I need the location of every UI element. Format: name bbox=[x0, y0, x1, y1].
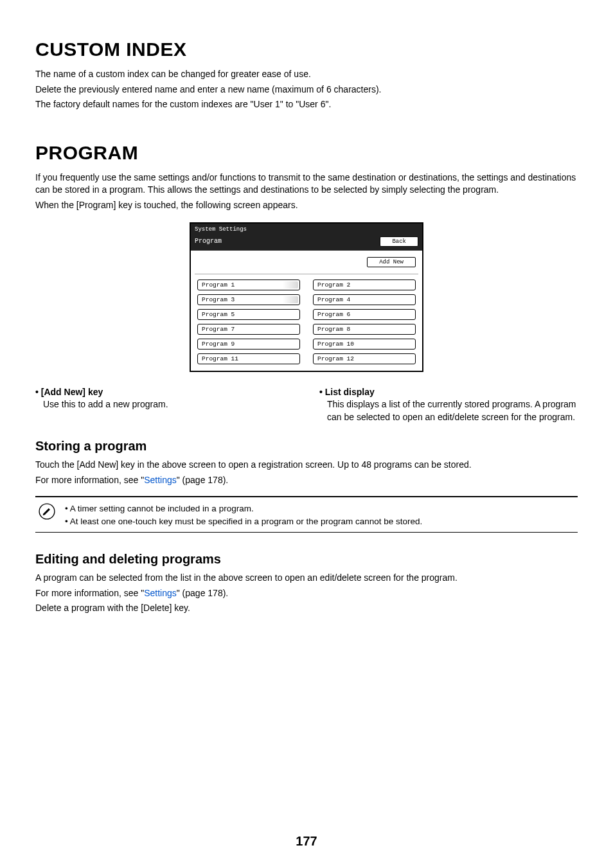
page-number: 177 bbox=[0, 834, 613, 849]
heading-storing: Storing a program bbox=[35, 439, 578, 454]
editing-p2-post: " (page 178). bbox=[177, 588, 228, 598]
bullet-list-body: This displays a list of the currently st… bbox=[327, 398, 578, 423]
program-intro1: If you frequently use the same settings … bbox=[35, 172, 578, 197]
heading-editing: Editing and deleting programs bbox=[35, 552, 578, 567]
program-list: Program 1 Program 2 Program 3 Program 4 … bbox=[191, 274, 422, 371]
program-item[interactable]: Program 6 bbox=[313, 309, 416, 320]
bullet-right: • List display This displays a list of t… bbox=[319, 386, 578, 424]
custom-index-p1: The name of a custom index can be change… bbox=[35, 68, 578, 81]
custom-index-p3: The factory default names for the custom… bbox=[35, 98, 578, 111]
program-screen: System Settings Program Back Add New Pro… bbox=[190, 222, 423, 372]
program-item[interactable]: Program 5 bbox=[197, 309, 300, 320]
editing-p2: For more information, see "Settings" (pa… bbox=[35, 587, 578, 600]
program-item[interactable]: Program 10 bbox=[313, 339, 416, 350]
program-intro2: When the [Program] key is touched, the f… bbox=[35, 199, 578, 212]
storing-p1: Touch the [Add New] key in the above scr… bbox=[35, 459, 578, 472]
heading-program: PROGRAM bbox=[35, 142, 578, 164]
add-new-button[interactable]: Add New bbox=[367, 257, 416, 267]
editing-p1: A program can be selected from the list … bbox=[35, 572, 578, 585]
note-box: • A timer setting cannot be included in … bbox=[35, 496, 578, 533]
heading-custom-index: CUSTOM INDEX bbox=[35, 39, 578, 60]
bullet-addnew-title: • [Add New] key bbox=[35, 386, 294, 399]
program-item[interactable]: Program 2 bbox=[313, 279, 416, 290]
bullet-left: • [Add New] key Use this to add a new pr… bbox=[35, 386, 294, 424]
editing-p2-pre: For more information, see " bbox=[35, 588, 144, 598]
bullet-list-title: • List display bbox=[319, 386, 578, 399]
back-button[interactable]: Back bbox=[380, 236, 418, 247]
screen-subtitle: Program bbox=[195, 238, 222, 245]
program-item[interactable]: Program 11 bbox=[197, 353, 300, 364]
editing-p3: Delete a program with the [Delete] key. bbox=[35, 602, 578, 615]
note-line2: • At least one one-touch key must be spe… bbox=[65, 515, 422, 528]
program-item[interactable]: Program 3 bbox=[197, 294, 300, 305]
pencil-note-icon bbox=[38, 502, 56, 520]
bullet-addnew-body: Use this to add a new program. bbox=[43, 398, 294, 411]
note-line1: • A timer setting cannot be included in … bbox=[65, 502, 422, 515]
storing-p2-pre: For more information, see " bbox=[35, 475, 144, 485]
screen-title: System Settings bbox=[191, 224, 422, 235]
program-item[interactable]: Program 4 bbox=[313, 294, 416, 305]
link-settings[interactable]: Settings bbox=[144, 588, 177, 598]
custom-index-p2: Delete the previously entered name and e… bbox=[35, 84, 578, 96]
storing-p2: For more information, see "Settings" (pa… bbox=[35, 474, 578, 487]
link-settings[interactable]: Settings bbox=[144, 475, 177, 485]
program-item[interactable]: Program 9 bbox=[197, 339, 300, 350]
program-item[interactable]: Program 12 bbox=[313, 353, 416, 364]
storing-p2-post: " (page 178). bbox=[177, 475, 228, 485]
program-item[interactable]: Program 1 bbox=[197, 279, 300, 290]
program-item[interactable]: Program 8 bbox=[313, 324, 416, 335]
program-item[interactable]: Program 7 bbox=[197, 324, 300, 335]
